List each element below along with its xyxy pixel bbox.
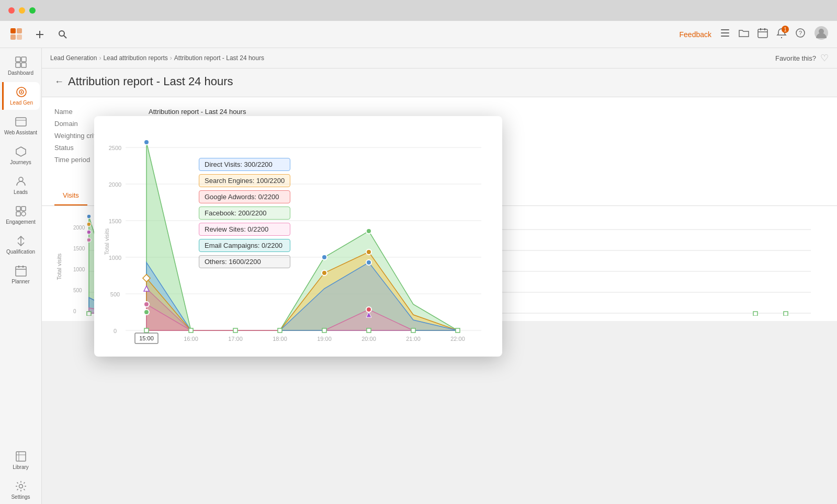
svg-rect-32 [21,207,26,211]
svg-point-85 [87,230,91,234]
breadcrumb: Lead Generation › Lead attribution repor… [50,54,264,62]
svg-point-136 [144,310,149,315]
svg-text:?: ? [799,30,802,36]
sidebar-item-leads[interactable]: Leads [2,171,40,199]
svg-text:2000: 2000 [109,181,121,188]
feedback-link[interactable]: Feedback [680,30,711,39]
sidebar-item-webassistant[interactable]: Web Assistant [2,112,40,140]
svg-point-86 [87,238,91,242]
breadcrumb-bar: Lead Generation › Lead attribution repor… [42,48,837,68]
tab-visits[interactable]: Visits [54,186,87,205]
svg-text:1000: 1000 [109,255,121,261]
notification-bell-icon[interactable]: 1 [776,28,787,41]
svg-point-141 [366,260,371,265]
help-icon[interactable]: ? [795,28,806,41]
maximize-dot[interactable] [29,7,36,14]
svg-point-6 [59,31,64,36]
svg-text:21:00: 21:00 [406,336,421,342]
svg-text:20:00: 20:00 [361,336,376,342]
svg-point-83 [87,214,91,219]
svg-rect-99 [784,312,788,316]
svg-rect-146 [233,328,237,333]
svg-rect-9 [721,32,729,33]
svg-rect-2 [10,35,16,40]
user-avatar[interactable] [814,26,829,43]
svg-rect-10 [721,36,729,37]
modal-tooltip-email: Email Campaigns: 0/2200 [199,239,290,252]
sidebar-item-leadgen[interactable]: Lead Gen [2,82,40,110]
svg-rect-145 [189,328,193,333]
svg-point-34 [21,212,26,216]
svg-point-26 [21,91,22,93]
favorite-label: Favorite this? [775,54,816,62]
svg-line-7 [64,36,66,38]
svg-text:0: 0 [114,328,117,334]
heart-icon[interactable]: ♡ [820,52,829,64]
svg-rect-20 [16,57,20,62]
add-button[interactable] [31,26,48,43]
calendar-icon[interactable] [757,28,768,41]
svg-rect-35 [16,267,26,276]
svg-rect-11 [758,29,767,38]
svg-rect-151 [456,328,460,333]
svg-text:500: 500 [110,291,120,297]
sidebar-label-settings: Settings [11,494,30,500]
notification-count: 1 [782,26,789,33]
modal-tooltips: Direct Visits: 300/2200 Search Engines: … [199,158,290,268]
svg-text:2500: 2500 [109,145,121,151]
svg-point-137 [322,255,327,260]
svg-point-142 [366,307,371,312]
svg-rect-98 [753,312,757,316]
sidebar-label-leads: Leads [14,189,28,195]
small-chart-ylabel: Total visits [56,254,62,280]
svg-rect-147 [278,328,282,333]
sidebar-item-engagement[interactable]: Engagement [2,201,40,229]
svg-rect-3 [17,35,22,40]
folder-icon[interactable] [739,28,749,40]
page-title-row: ← Attribution report - Last 24 hours [54,75,824,88]
breadcrumb-leadgen[interactable]: Lead Generation [50,54,97,62]
sidebar-item-journeys[interactable]: Journeys [2,142,40,169]
svg-point-42 [19,485,22,488]
favorite-area: Favorite this? ♡ [775,52,829,64]
sidebar-item-qualification[interactable]: Qualification [2,231,40,259]
svg-rect-33 [16,212,20,216]
svg-text:15:00: 15:00 [139,335,154,341]
sidebar-item-settings[interactable]: Settings [2,476,40,504]
svg-text:17:00: 17:00 [228,336,243,342]
nav-left [8,26,71,43]
sidebar: Dashboard Lead Gen Web Assistant Journey… [0,48,42,504]
sidebar-item-library[interactable]: Library [2,446,40,474]
back-arrow[interactable]: ← [54,76,64,87]
sidebar-label-leadgen: Lead Gen [10,100,33,106]
app-logo-icon[interactable] [8,26,25,43]
svg-point-30 [19,177,23,181]
chart-modal: Direct Visits: 300/2200 Search Engines: … [94,116,502,357]
page-header: ← Attribution report - Last 24 hours [42,68,837,97]
svg-text:18:00: 18:00 [273,336,287,342]
modal-tooltip-adwords: Google Adwords: 0/2200 [199,190,290,203]
svg-text:22:00: 22:00 [450,336,465,342]
search-icon[interactable] [54,26,71,43]
svg-text:Total visits: Total visits [105,228,110,255]
svg-rect-23 [21,63,26,67]
breadcrumb-reports[interactable]: Lead attribution reports [103,54,167,62]
svg-rect-39 [16,452,26,461]
svg-text:1000: 1000 [73,267,85,272]
modal-tooltip-others: Others: 1600/2200 [199,255,290,268]
sidebar-label-qualification: Qualification [6,249,35,255]
minimize-dot[interactable] [19,7,25,14]
svg-rect-27 [16,118,26,126]
breadcrumb-sep2: › [170,54,172,62]
modal-tooltip-direct: Direct Visits: 300/2200 [199,158,290,171]
close-dot[interactable] [8,7,15,14]
svg-rect-0 [10,28,16,33]
list-icon[interactable] [720,28,730,41]
page-title: Attribution report - Last 24 hours [68,75,233,88]
svg-rect-150 [411,328,415,333]
sidebar-label-library: Library [13,464,29,470]
svg-rect-148 [322,328,326,333]
svg-text:0: 0 [73,308,76,314]
sidebar-item-dashboard[interactable]: Dashboard [2,52,40,80]
sidebar-item-planner[interactable]: Planner [2,261,40,289]
